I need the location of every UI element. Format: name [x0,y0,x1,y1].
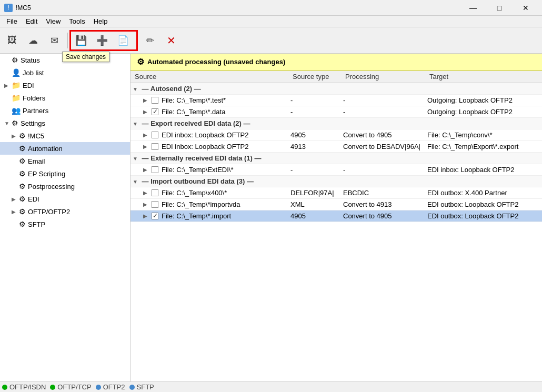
sidebar-item-folders[interactable]: 📁 Folders [0,92,130,104]
menu-file[interactable]: File [2,16,22,26]
ext-edi-expand-icon[interactable]: ▼ [133,156,140,162]
sidebar-item-ep-scripting[interactable]: ⚙ EP Scripting [0,167,130,180]
source-type-cell: 4913 [288,141,341,153]
source-path: File: C:\_Temp\ExtEDI\* [162,166,234,174]
delete-button[interactable]: ✕ [161,31,181,51]
copy-button[interactable]: 📄 [113,31,133,51]
target-cell: EDI outbox: X.400 Partner [425,187,542,199]
row-checkbox[interactable] [152,97,158,104]
group-export-edi[interactable]: ▼ — Export received EDI data (2) — [131,118,542,129]
export-edi-expand-icon[interactable]: ▼ [133,121,140,127]
source-path: EDI inbox: Loopback OFTP2 [162,131,248,139]
app-icon: ! [4,4,13,12]
edi2-arrow-icon: ▶ [12,196,19,202]
email-icon: ⚙ [19,157,26,165]
photo-button[interactable]: 🖼 [2,31,22,51]
folders-icon: 📁 [12,94,21,102]
target-cell: EDI inbox: Loopback OFTP2 [425,164,542,176]
expand-arrow [4,57,12,63]
settings-arrow-icon: ▼ [4,120,12,126]
table-row[interactable]: ▶ File: C:\_Temp\ExtEDI\* - - EDI inbox:… [131,164,542,176]
close-button[interactable]: ✕ [514,0,538,16]
sidebar-label-automation: Automation [28,145,63,153]
sidebar-item-sftp[interactable]: ⚙ SFTP [0,218,130,230]
sidebar-item-imc5[interactable]: ▶ ⚙ !MC5 [0,129,130,142]
autosend-expand-icon[interactable]: ▼ [133,86,140,92]
sidebar-item-email[interactable]: ⚙ Email [0,155,130,167]
processing-cell: Convert to 4905 [341,129,425,141]
menu-edit[interactable]: Edit [22,16,42,26]
group-ext-edi[interactable]: ▼ — Externally received EDI data (1) — [131,153,542,164]
sidebar-item-joblist[interactable]: 👤 Job list [0,66,130,79]
row-expand-icon[interactable]: ▶ [143,190,150,196]
row-checkbox[interactable] [152,201,158,208]
table-row[interactable]: ▶ EDI inbox: Loopback OFTP2 4905 Convert… [131,129,542,141]
row-expand-icon[interactable]: ▶ [143,132,150,138]
expand-arrow [12,158,19,164]
sidebar-item-edi2[interactable]: ▶ ⚙ EDI [0,193,130,205]
maximize-button[interactable]: □ [487,0,511,16]
oftp2-dot [96,385,101,390]
sidebar-label-edi: EDI [23,82,34,89]
col-target: Target [425,71,542,83]
toolbar: 🖼 ☁ ✉ 💾 ➕ 📄 ✏ ✕ Save changes [0,27,542,54]
row-checkbox[interactable] [152,108,158,115]
row-checkbox[interactable] [152,166,158,173]
target-cell: Outgoing: Loopback OFTP2 [425,95,542,106]
sidebar-item-settings[interactable]: ▼ ⚙ Settings [0,117,130,129]
menu-view[interactable]: View [42,16,65,26]
sidebar-label-sftp: SFTP [28,220,45,228]
row-checkbox[interactable] [152,143,158,150]
save-button[interactable]: 💾 [71,31,91,51]
cloud-button[interactable]: ☁ [23,31,43,51]
row-checkbox[interactable] [152,132,158,138]
source-path: File: C:\_Temp\*.test* [162,96,226,104]
status-icon: ⚙ [12,56,18,64]
status-oftp2: OFTP2 [96,383,125,391]
table-row-selected[interactable]: ▶ File: C:\_Temp\*.import 4905 Convert t… [131,210,542,222]
table-row[interactable]: ▶ File: C:\_Temp\x400\* DELFOR|97A| EBCD… [131,187,542,199]
sidebar-item-partners[interactable]: 👥 Partners [0,104,130,117]
sidebar-item-postprocessing[interactable]: ⚙ Postprocessing [0,180,130,193]
mail-button[interactable]: ✉ [44,31,64,51]
sidebar: ⚙ Status 👤 Job list ▶ 📁 EDI 📁 Folders 👥 … [0,54,131,381]
edit-button[interactable]: ✏ [140,31,160,51]
toolbar-separator-2 [136,33,137,48]
table-row[interactable]: ▶ File: C:\_Temp\*.data - - Outgoing: Lo… [131,106,542,118]
save-tooltip: Save changes [62,52,109,62]
sidebar-item-edi[interactable]: ▶ 📁 EDI [0,79,130,92]
sidebar-item-oftp[interactable]: ▶ ⚙ OFTP/OFTP2 [0,205,130,218]
row-checkbox[interactable] [152,213,158,219]
source-type-cell: - [288,164,341,176]
sidebar-label-folders: Folders [23,94,45,102]
group-import-edi[interactable]: ▼ — Import outbound EDI data (3) — [131,176,542,187]
minimize-button[interactable]: — [461,0,485,16]
row-expand-icon[interactable]: ▶ [143,213,150,219]
banner-text: Automated processing (unsaved changes) [147,58,285,66]
source-path: File: C:\_Temp\*.import [162,212,231,220]
menu-help[interactable]: Help [89,16,112,26]
window-controls: — □ ✕ [461,0,538,16]
table-row[interactable]: ▶ File: C:\_Temp\*importvda XML Convert … [131,199,542,210]
source-type-cell: - [288,95,341,106]
target-cell: File: C:\_Temp\conv\* [425,129,542,141]
row-expand-icon[interactable]: ▶ [143,144,150,149]
row-checkbox[interactable] [152,189,158,196]
source-type-cell: XML [288,199,341,210]
import-edi-expand-icon[interactable]: ▼ [133,179,140,185]
row-expand-icon[interactable]: ▶ [143,167,150,173]
row-expand-icon[interactable]: ▶ [143,202,150,207]
sidebar-label-partners: Partners [23,107,48,115]
imc5-arrow-icon: ▶ [12,133,19,139]
menu-tools[interactable]: Tools [65,16,89,26]
sidebar-item-automation[interactable]: ⚙ Automation [0,142,130,155]
expand-arrow [12,184,19,189]
table-row[interactable]: ▶ File: C:\_Temp\*.test* - - Outgoing: L… [131,95,542,106]
postprocessing-icon: ⚙ [19,182,26,190]
add-button[interactable]: ➕ [92,31,112,51]
row-expand-icon[interactable]: ▶ [143,97,150,103]
row-expand-icon[interactable]: ▶ [143,109,150,115]
group-autosend[interactable]: ▼ — Autosend (2) — [131,83,542,95]
sidebar-label-status: Status [21,56,40,64]
table-row[interactable]: ▶ EDI inbox: Loopback OFTP2 4913 Convert… [131,141,542,153]
